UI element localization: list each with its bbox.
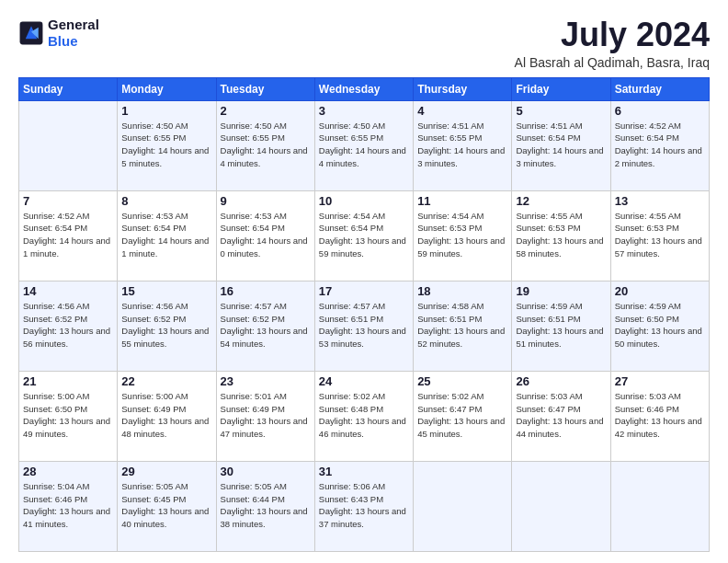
location: Al Basrah al Qadimah, Basra, Iraq bbox=[515, 55, 710, 70]
day-info: Sunrise: 5:00 AMSunset: 6:49 PMDaylight:… bbox=[121, 390, 211, 441]
table-row: 17Sunrise: 4:57 AMSunset: 6:51 PMDayligh… bbox=[314, 281, 413, 371]
day-number: 3 bbox=[319, 104, 409, 118]
day-info: Sunrise: 4:51 AMSunset: 6:55 PMDaylight:… bbox=[417, 120, 507, 170]
day-info: Sunrise: 5:05 AMSunset: 6:44 PMDaylight:… bbox=[221, 480, 311, 531]
table-row: 5Sunrise: 4:51 AMSunset: 6:54 PMDaylight… bbox=[512, 100, 610, 190]
calendar-week-row: 21Sunrise: 5:00 AMSunset: 6:50 PMDayligh… bbox=[19, 371, 710, 461]
header-thursday: Thursday bbox=[414, 77, 512, 100]
table-row: 18Sunrise: 4:58 AMSunset: 6:51 PMDayligh… bbox=[414, 281, 512, 371]
table-row: 9Sunrise: 4:53 AMSunset: 6:54 PMDaylight… bbox=[216, 190, 314, 281]
day-info: Sunrise: 4:53 AMSunset: 6:54 PMDaylight:… bbox=[121, 210, 211, 260]
table-row: 1Sunrise: 4:50 AMSunset: 6:55 PMDaylight… bbox=[118, 100, 216, 190]
day-info: Sunrise: 5:01 AMSunset: 6:49 PMDaylight:… bbox=[221, 390, 311, 441]
table-row: 19Sunrise: 4:59 AMSunset: 6:51 PMDayligh… bbox=[512, 281, 610, 371]
day-number: 15 bbox=[121, 284, 211, 298]
day-info: Sunrise: 4:55 AMSunset: 6:53 PMDaylight:… bbox=[516, 210, 606, 260]
calendar-week-row: 1Sunrise: 4:50 AMSunset: 6:55 PMDaylight… bbox=[19, 100, 710, 190]
day-info: Sunrise: 5:02 AMSunset: 6:47 PMDaylight:… bbox=[417, 390, 507, 441]
table-row: 12Sunrise: 4:55 AMSunset: 6:53 PMDayligh… bbox=[512, 190, 610, 281]
table-row: 28Sunrise: 5:04 AMSunset: 6:46 PMDayligh… bbox=[19, 461, 118, 551]
day-info: Sunrise: 4:59 AMSunset: 6:51 PMDaylight:… bbox=[516, 300, 606, 350]
table-row bbox=[19, 100, 118, 190]
day-number: 13 bbox=[615, 194, 705, 208]
day-number: 11 bbox=[417, 194, 507, 208]
day-number: 10 bbox=[319, 194, 409, 208]
header: General Blue July 2024 Al Basrah al Qadi… bbox=[18, 17, 710, 70]
day-number: 30 bbox=[221, 465, 311, 478]
logo-line1: General bbox=[48, 17, 99, 33]
table-row: 22Sunrise: 5:00 AMSunset: 6:49 PMDayligh… bbox=[118, 371, 216, 461]
table-row: 14Sunrise: 4:56 AMSunset: 6:52 PMDayligh… bbox=[19, 281, 118, 371]
day-info: Sunrise: 4:56 AMSunset: 6:52 PMDaylight:… bbox=[23, 300, 113, 350]
calendar-week-row: 14Sunrise: 4:56 AMSunset: 6:52 PMDayligh… bbox=[19, 281, 710, 371]
day-number: 23 bbox=[221, 374, 311, 388]
day-number: 6 bbox=[615, 104, 705, 118]
day-number: 12 bbox=[516, 194, 606, 208]
day-info: Sunrise: 4:57 AMSunset: 6:51 PMDaylight:… bbox=[319, 300, 409, 350]
table-row bbox=[512, 461, 610, 551]
day-info: Sunrise: 4:56 AMSunset: 6:52 PMDaylight:… bbox=[121, 300, 211, 350]
table-row: 13Sunrise: 4:55 AMSunset: 6:53 PMDayligh… bbox=[610, 190, 709, 281]
day-number: 7 bbox=[23, 194, 113, 208]
day-number: 18 bbox=[417, 284, 507, 298]
day-number: 5 bbox=[516, 104, 606, 118]
day-info: Sunrise: 4:58 AMSunset: 6:51 PMDaylight:… bbox=[417, 300, 507, 350]
header-monday: Monday bbox=[118, 77, 216, 100]
table-row bbox=[414, 461, 512, 551]
day-info: Sunrise: 5:03 AMSunset: 6:46 PMDaylight:… bbox=[615, 390, 705, 441]
day-info: Sunrise: 4:50 AMSunset: 6:55 PMDaylight:… bbox=[319, 120, 409, 170]
table-row: 29Sunrise: 5:05 AMSunset: 6:45 PMDayligh… bbox=[118, 461, 216, 551]
day-info: Sunrise: 4:55 AMSunset: 6:53 PMDaylight:… bbox=[615, 210, 705, 260]
day-info: Sunrise: 5:04 AMSunset: 6:46 PMDaylight:… bbox=[23, 480, 113, 531]
day-number: 1 bbox=[121, 104, 211, 118]
logo: General Blue bbox=[18, 17, 99, 50]
logo-icon bbox=[18, 20, 44, 46]
table-row: 10Sunrise: 4:54 AMSunset: 6:54 PMDayligh… bbox=[314, 190, 413, 281]
logo-text: General Blue bbox=[48, 17, 99, 50]
day-number: 21 bbox=[23, 374, 113, 388]
day-info: Sunrise: 4:50 AMSunset: 6:55 PMDaylight:… bbox=[221, 120, 311, 170]
day-info: Sunrise: 4:57 AMSunset: 6:52 PMDaylight:… bbox=[221, 300, 311, 350]
table-row: 2Sunrise: 4:50 AMSunset: 6:55 PMDaylight… bbox=[216, 100, 314, 190]
day-info: Sunrise: 4:54 AMSunset: 6:54 PMDaylight:… bbox=[319, 210, 409, 260]
day-info: Sunrise: 4:54 AMSunset: 6:53 PMDaylight:… bbox=[417, 210, 507, 260]
header-saturday: Saturday bbox=[610, 77, 709, 100]
day-info: Sunrise: 4:50 AMSunset: 6:55 PMDaylight:… bbox=[121, 120, 211, 170]
day-number: 8 bbox=[121, 194, 211, 208]
table-row: 23Sunrise: 5:01 AMSunset: 6:49 PMDayligh… bbox=[216, 371, 314, 461]
table-row: 24Sunrise: 5:02 AMSunset: 6:48 PMDayligh… bbox=[314, 371, 413, 461]
header-wednesday: Wednesday bbox=[314, 77, 413, 100]
header-sunday: Sunday bbox=[19, 77, 118, 100]
day-info: Sunrise: 5:02 AMSunset: 6:48 PMDaylight:… bbox=[319, 390, 409, 441]
logo-line2: Blue bbox=[48, 33, 99, 50]
table-row: 4Sunrise: 4:51 AMSunset: 6:55 PMDaylight… bbox=[414, 100, 512, 190]
table-row: 3Sunrise: 4:50 AMSunset: 6:55 PMDaylight… bbox=[314, 100, 413, 190]
table-row: 31Sunrise: 5:06 AMSunset: 6:43 PMDayligh… bbox=[314, 461, 413, 551]
calendar-table: Sunday Monday Tuesday Wednesday Thursday… bbox=[18, 77, 710, 552]
day-number: 19 bbox=[516, 284, 606, 298]
day-number: 9 bbox=[221, 194, 311, 208]
day-number: 28 bbox=[23, 465, 113, 478]
month-title: July 2024 bbox=[515, 17, 710, 53]
day-info: Sunrise: 4:51 AMSunset: 6:54 PMDaylight:… bbox=[516, 120, 606, 170]
day-number: 24 bbox=[319, 374, 409, 388]
table-row: 15Sunrise: 4:56 AMSunset: 6:52 PMDayligh… bbox=[118, 281, 216, 371]
day-number: 22 bbox=[121, 374, 211, 388]
day-info: Sunrise: 5:00 AMSunset: 6:50 PMDaylight:… bbox=[23, 390, 113, 441]
calendar-week-row: 28Sunrise: 5:04 AMSunset: 6:46 PMDayligh… bbox=[19, 461, 710, 551]
table-row: 8Sunrise: 4:53 AMSunset: 6:54 PMDaylight… bbox=[118, 190, 216, 281]
table-row: 11Sunrise: 4:54 AMSunset: 6:53 PMDayligh… bbox=[414, 190, 512, 281]
day-info: Sunrise: 4:52 AMSunset: 6:54 PMDaylight:… bbox=[615, 120, 705, 170]
day-info: Sunrise: 5:03 AMSunset: 6:47 PMDaylight:… bbox=[516, 390, 606, 441]
table-row: 27Sunrise: 5:03 AMSunset: 6:46 PMDayligh… bbox=[610, 371, 709, 461]
day-number: 17 bbox=[319, 284, 409, 298]
table-row bbox=[610, 461, 709, 551]
table-row: 25Sunrise: 5:02 AMSunset: 6:47 PMDayligh… bbox=[414, 371, 512, 461]
table-row: 26Sunrise: 5:03 AMSunset: 6:47 PMDayligh… bbox=[512, 371, 610, 461]
day-info: Sunrise: 5:05 AMSunset: 6:45 PMDaylight:… bbox=[121, 480, 211, 531]
table-row: 16Sunrise: 4:57 AMSunset: 6:52 PMDayligh… bbox=[216, 281, 314, 371]
table-row: 21Sunrise: 5:00 AMSunset: 6:50 PMDayligh… bbox=[19, 371, 118, 461]
calendar-header-row: Sunday Monday Tuesday Wednesday Thursday… bbox=[19, 77, 710, 100]
calendar-week-row: 7Sunrise: 4:52 AMSunset: 6:54 PMDaylight… bbox=[19, 190, 710, 281]
day-number: 20 bbox=[615, 284, 705, 298]
